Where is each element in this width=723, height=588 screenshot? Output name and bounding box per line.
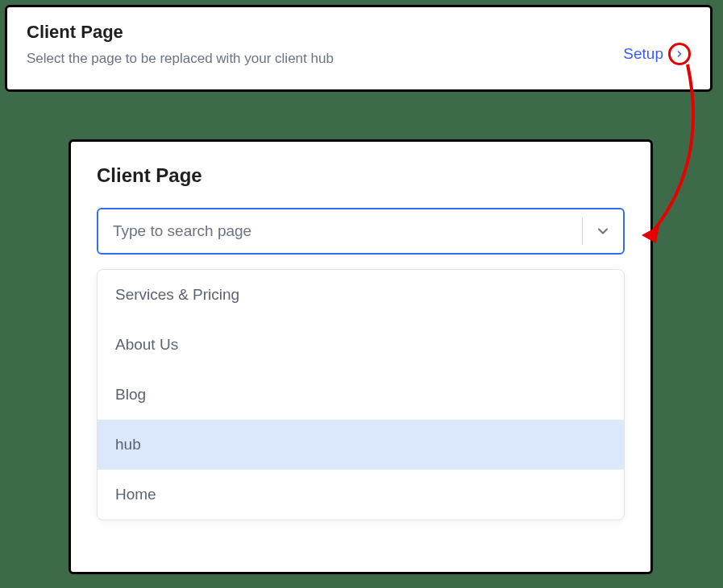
page-dropdown-list: Services & PricingAbout UsBloghubHome [97, 269, 625, 520]
page-search-input[interactable] [98, 209, 582, 253]
setup-link-label[interactable]: Setup [623, 45, 663, 63]
dropdown-option[interactable]: Blog [98, 370, 624, 420]
page-search-combobox[interactable] [97, 208, 625, 255]
chevron-down-icon[interactable] [583, 209, 623, 253]
card-subtitle: Select the page to be replaced with your… [27, 51, 334, 67]
client-page-picker-card: Client Page Services & PricingAbout UsBl… [69, 139, 653, 574]
dropdown-option[interactable]: About Us [98, 320, 624, 370]
dropdown-option[interactable]: Services & Pricing [98, 270, 624, 320]
dropdown-option[interactable]: Home [98, 470, 624, 520]
setup-link-group[interactable]: Setup [623, 43, 691, 65]
card-title: Client Page [27, 22, 334, 43]
picker-title: Client Page [97, 164, 625, 187]
client-page-setup-card: Client Page Select the page to be replac… [5, 5, 713, 92]
card-text-block: Client Page Select the page to be replac… [27, 22, 334, 67]
chevron-right-icon[interactable] [668, 43, 691, 65]
dropdown-option[interactable]: hub [98, 420, 624, 470]
